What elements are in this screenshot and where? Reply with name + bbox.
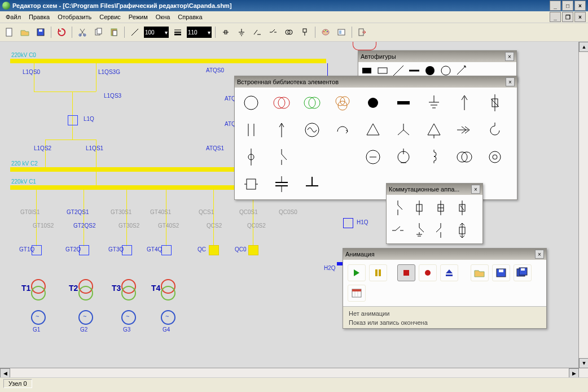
zoom-dropdown-2[interactable]: 110▾	[187, 27, 212, 38]
panel-animation[interactable]: Анимация × Нет анимации Показ или запись…	[343, 248, 547, 329]
anim-play-icon[interactable]	[348, 264, 366, 281]
lib-two-circles-red-icon[interactable]	[272, 93, 291, 112]
panel-library-close-icon[interactable]: ×	[506, 77, 515, 86]
sw-horizontal-icon[interactable]	[391, 222, 405, 239]
mdi-minimize-button[interactable]: _	[550, 12, 561, 22]
lib-three-circles-icon[interactable]	[333, 93, 352, 112]
panel-library[interactable]: Встроенная библиотека элементов ×	[234, 76, 517, 200]
copy-icon[interactable]	[91, 25, 105, 39]
lib-arrow-up2-icon[interactable]	[272, 120, 291, 140]
menu-mode[interactable]: Режим	[125, 12, 151, 21]
lib-inductor-icon[interactable]	[424, 147, 444, 167]
element-g4[interactable]: ~	[161, 310, 175, 325]
lib-cap2-icon[interactable]	[272, 175, 291, 194]
lib-ct-icon[interactable]	[394, 147, 413, 167]
symbol-ground-icon[interactable]	[235, 25, 248, 39]
panel-switches-close-icon[interactable]: ×	[471, 185, 480, 194]
anim-stop-icon[interactable]	[397, 264, 415, 281]
new-icon[interactable]	[2, 25, 16, 39]
scroll-right-icon[interactable]: ▶	[569, 368, 579, 377]
scroll-down-icon[interactable]: ▼	[579, 358, 588, 368]
panel-animation-close-icon[interactable]: ×	[535, 250, 544, 259]
element-g3[interactable]: ~	[121, 310, 136, 325]
panel-autoshapes-title[interactable]: Автофигуры ×	[358, 51, 516, 62]
anim-open-icon[interactable]	[471, 264, 489, 281]
sw-disconnector-icon[interactable]	[391, 199, 405, 216]
lib-vt-icon[interactable]	[485, 147, 504, 167]
lib-motor-icon[interactable]	[363, 147, 383, 167]
menu-windows[interactable]: Окна	[152, 12, 174, 21]
panel-autoshapes-close-icon[interactable]: ×	[505, 52, 514, 61]
paste-icon[interactable]	[107, 25, 121, 39]
preview-icon[interactable]	[335, 25, 348, 39]
lib-filled-circle-icon[interactable]	[363, 93, 383, 112]
anim-eject-icon[interactable]	[440, 264, 458, 281]
canvas-area[interactable]: ~ ~ ~ ~ 220kV C0 220 kV C2 220kV C1 L1QS…	[0, 42, 588, 377]
menu-help[interactable]: Справка	[174, 12, 205, 21]
lib-reactor-icon[interactable]	[485, 120, 504, 140]
horizontal-scrollbar[interactable]: ◀ ▶	[0, 368, 579, 377]
lib-delta2-icon[interactable]	[424, 120, 444, 140]
lib-resistor-icon[interactable]	[242, 175, 261, 194]
lib-circle-icon[interactable]	[242, 93, 261, 112]
sw-breaker3-icon[interactable]	[455, 199, 469, 216]
sw-drawer-icon[interactable]	[455, 222, 469, 239]
menu-edit[interactable]: Правка	[25, 12, 53, 21]
anim-settings-icon[interactable]	[348, 285, 366, 302]
element-g2[interactable]: ~	[78, 310, 93, 325]
panel-switches[interactable]: Коммутационные аппа... ×	[386, 183, 483, 244]
lib-arrow-up-icon[interactable]	[455, 93, 474, 112]
lib-bar-icon[interactable]	[394, 93, 413, 112]
open-icon[interactable]	[18, 25, 32, 39]
sw-ground-icon[interactable]	[413, 222, 426, 239]
sw-disconnector2-icon[interactable]	[434, 222, 447, 239]
lib-delta-icon[interactable]	[363, 120, 383, 140]
panel-library-title[interactable]: Встроенная библиотека элементов ×	[235, 76, 517, 88]
refresh-icon[interactable]	[55, 25, 68, 39]
sw-breaker-icon[interactable]	[413, 199, 426, 216]
element-qc[interactable]	[209, 245, 219, 255]
zoom-dropdown-1[interactable]: 100▾	[144, 27, 169, 38]
lib-isolator-icon[interactable]	[272, 147, 291, 167]
lib-star-icon[interactable]	[394, 120, 413, 140]
scroll-up-icon[interactable]: ▲	[579, 42, 588, 52]
panel-switches-title[interactable]: Коммутационные аппа... ×	[387, 184, 482, 195]
panel-animation-title[interactable]: Анимация ×	[343, 249, 546, 260]
lib-node-icon[interactable]	[242, 147, 261, 167]
lib-generator-icon[interactable]	[302, 120, 322, 140]
maximize-button[interactable]: □	[562, 1, 573, 11]
lib-two-circ-icon[interactable]	[455, 147, 474, 167]
lib-capacitor-icon[interactable]	[242, 120, 261, 140]
symbol-disconnector-icon[interactable]	[266, 25, 280, 39]
sw-breaker2-icon[interactable]	[434, 199, 447, 216]
mdi-close-button[interactable]: ×	[574, 12, 586, 22]
lib-rotational-icon[interactable]	[333, 120, 352, 140]
palette-icon[interactable]	[319, 25, 332, 39]
lib-two-circles-green-icon[interactable]	[302, 93, 322, 112]
anim-save-icon[interactable]	[492, 264, 510, 281]
lib-double-arrow-icon[interactable]	[455, 120, 474, 140]
scroll-left-icon[interactable]: ◀	[0, 368, 10, 377]
save-icon[interactable]	[34, 25, 47, 39]
mdi-restore-button[interactable]: ❐	[562, 12, 573, 22]
width-icon[interactable]	[171, 25, 185, 39]
element-l1q[interactable]	[68, 115, 78, 125]
symbol-coils-icon[interactable]	[282, 25, 296, 39]
close-button[interactable]: ×	[574, 1, 586, 11]
lib-ground-icon[interactable]	[424, 93, 444, 112]
anim-record-icon[interactable]	[419, 264, 437, 281]
lib-ground2-icon[interactable]	[302, 175, 322, 194]
symbol-breaker-icon[interactable]	[219, 25, 232, 39]
lib-fuse-icon[interactable]	[485, 93, 504, 112]
menu-file[interactable]: Файл	[2, 12, 24, 21]
anim-saveall-icon[interactable]	[514, 264, 532, 281]
vertical-scrollbar[interactable]: ▲ ▼	[578, 42, 588, 377]
element-h1q[interactable]	[343, 218, 353, 228]
menu-service[interactable]: Сервис	[96, 12, 124, 21]
anim-pause-icon[interactable]	[369, 264, 387, 281]
element-gt4q[interactable]	[161, 245, 172, 255]
symbol-flag-icon[interactable]	[298, 25, 311, 39]
menu-display[interactable]: Отобразить	[54, 12, 95, 21]
exit-icon[interactable]	[356, 25, 369, 39]
cut-icon[interactable]	[76, 25, 89, 39]
